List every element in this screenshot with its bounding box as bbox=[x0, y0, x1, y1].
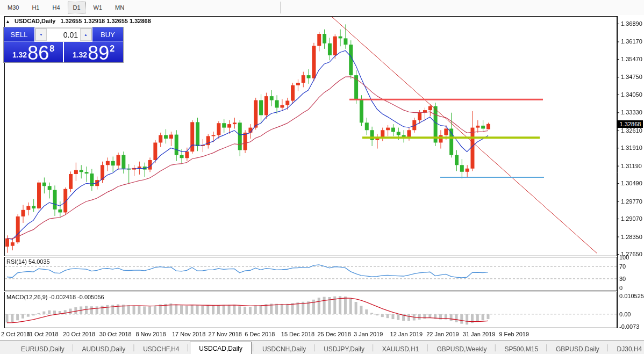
price-axis-label: 1.31190 bbox=[621, 163, 642, 169]
date-axis-label: 17 Nov 2018 bbox=[172, 331, 205, 337]
tab-separator: │ bbox=[494, 344, 498, 351]
chart-tab-bar: EURUSD,Daily│AUDUSD,Daily│USDCHF,H4│USDC… bbox=[0, 340, 644, 354]
volume-stepper: ▾ 0.01 ▴ bbox=[35, 28, 92, 41]
price-axis-label: 1.33330 bbox=[621, 109, 642, 115]
date-axis-label: 20 Oct 2018 bbox=[63, 331, 95, 337]
tab-separator: │ bbox=[252, 344, 255, 351]
chart-tab-gbpusd-weekly[interactable]: GBPUSD,Weekly bbox=[430, 343, 493, 354]
chart-tab-usdcnh-daily[interactable]: USDCNH,Daily bbox=[255, 343, 313, 354]
toolbar-divider bbox=[280, 2, 281, 13]
chart-tab-sp500-m15[interactable]: SP500,M15 bbox=[497, 343, 545, 354]
sell-price-pip: 8 bbox=[49, 44, 54, 54]
one-click-trade-panel: SELL ▾ 0.01 ▴ BUY 1.32 86 8 1.32 89 2 bbox=[3, 27, 124, 63]
price-axis-label: 1.28350 bbox=[621, 234, 642, 240]
rsi-axis-label: 30 bbox=[619, 276, 626, 282]
chart-region: ▲ USDCAD,Daily 1.32655 1.32918 1.32655 1… bbox=[0, 15, 644, 340]
volume-increase-button[interactable]: ▴ bbox=[80, 28, 91, 41]
chart-tab-usdcad-daily[interactable]: USDCAD,Daily bbox=[190, 342, 252, 354]
timeframe-button-d1[interactable]: D1 bbox=[68, 2, 86, 13]
chart-title: ▲ USDCAD,Daily 1.32655 1.32918 1.32655 1… bbox=[5, 18, 151, 24]
macd-axis-label: 0.00 bbox=[619, 311, 631, 317]
sell-price-big: 86 bbox=[27, 45, 49, 61]
buy-price-box[interactable]: 1.32 89 2 bbox=[64, 42, 123, 62]
date-axis-label: 15 Dec 2018 bbox=[281, 331, 314, 337]
chart-symbol-period: USDCAD,Daily bbox=[15, 18, 55, 24]
rsi-axis-label: 100 bbox=[619, 254, 629, 261]
date-axis-label: 11 Oct 2018 bbox=[27, 331, 59, 337]
tab-separator: │ bbox=[313, 344, 317, 351]
date-axis-label: 31 Jan 2019 bbox=[463, 331, 496, 337]
timeframe-button-w1[interactable]: W1 bbox=[88, 2, 108, 13]
current-price-tag: 1.32868 bbox=[618, 120, 643, 128]
buy-price-prefix: 1.32 bbox=[73, 50, 87, 59]
macd-axis-label: 0.010525 bbox=[619, 293, 644, 299]
sell-button[interactable]: SELL bbox=[4, 27, 34, 42]
sell-price-prefix: 1.32 bbox=[12, 50, 27, 59]
date-axis-label: 27 Nov 2018 bbox=[209, 331, 242, 337]
price-axis-label: 1.35470 bbox=[621, 56, 642, 62]
tab-separator: │ bbox=[186, 344, 190, 351]
tab-separator: │ bbox=[606, 344, 610, 351]
timeframe-button-mn[interactable]: MN bbox=[110, 2, 130, 13]
timeframe-toolbar: M30H1H4D1W1MN bbox=[0, 0, 644, 16]
chart-tab-xauusd-h1[interactable]: XAUUSD,H1 bbox=[375, 343, 426, 354]
price-axis-label: 1.34050 bbox=[621, 91, 642, 98]
price-axis-label: 1.29070 bbox=[621, 215, 642, 222]
chart-ohlc-values: 1.32655 1.32918 1.32655 1.32868 bbox=[61, 18, 151, 24]
date-axis-label: 30 Oct 2018 bbox=[99, 331, 132, 337]
volume-decrease-button[interactable]: ▾ bbox=[35, 28, 47, 41]
rsi-axis-label: 70 bbox=[619, 263, 626, 270]
rsi-label: RSI(14) 54.0035 bbox=[6, 258, 50, 265]
date-axis-label: 8 Nov 2018 bbox=[135, 331, 166, 337]
date-axis-label: 25 Dec 2018 bbox=[317, 331, 350, 337]
date-axis-label: 9 Feb 2019 bbox=[499, 331, 529, 337]
date-axis-label: 3 Jan 2019 bbox=[354, 331, 383, 337]
chart-tab-dj30-h4[interactable]: DJ30,H4 bbox=[610, 343, 644, 354]
collapse-chart-icon[interactable]: ▲ bbox=[5, 19, 10, 24]
chart-tab-gbpusd-daily[interactable]: GBPUSD,Daily bbox=[549, 343, 606, 354]
volume-input[interactable]: 0.01 bbox=[47, 28, 80, 41]
price-axis-label: 1.36890 bbox=[621, 20, 642, 27]
rsi-axis-label: 0 bbox=[619, 285, 622, 291]
timeframe-button-h4[interactable]: H4 bbox=[47, 2, 65, 13]
date-axis-label: 2 Oct 2018 bbox=[1, 331, 30, 337]
price-axis-label: 1.32610 bbox=[621, 127, 642, 134]
price-axis-label: 1.36170 bbox=[621, 38, 642, 45]
trading-app-window: M30H1H4D1W1MN ▲ USDCAD,Daily 1.32655 1.3… bbox=[0, 0, 644, 354]
tab-separator: │ bbox=[71, 344, 75, 351]
macd-axis-label: -0.0073 bbox=[619, 323, 639, 330]
chart-tab-audusd-daily[interactable]: AUDUSD,Daily bbox=[75, 343, 133, 354]
price-axis-label: 1.30490 bbox=[621, 180, 642, 186]
buy-button[interactable]: BUY bbox=[92, 27, 123, 42]
buy-price-pip: 2 bbox=[110, 44, 115, 54]
price-axis-label: 1.31910 bbox=[621, 145, 642, 151]
chart-tab-usdjpy-daily[interactable]: USDJPY,Daily bbox=[317, 343, 371, 354]
tab-separator: │ bbox=[132, 344, 136, 351]
tab-separator: │ bbox=[426, 344, 430, 351]
buy-price-big: 89 bbox=[88, 45, 109, 61]
macd-label: MACD(12,26,9) -0.002418 -0.005056 bbox=[6, 294, 104, 300]
price-axis-label: 1.29770 bbox=[621, 198, 642, 205]
date-axis-label: 12 Jan 2019 bbox=[390, 331, 423, 337]
tab-separator: │ bbox=[545, 344, 549, 351]
tab-separator: │ bbox=[371, 344, 375, 351]
timeframe-button-m30[interactable]: M30 bbox=[2, 2, 24, 13]
sell-price-box[interactable]: 1.32 86 8 bbox=[4, 42, 63, 62]
date-axis-label: 22 Jan 2019 bbox=[426, 331, 459, 337]
chart-tab-eurusd-daily[interactable]: EURUSD,Daily bbox=[14, 343, 71, 354]
chart-tab-usdchf-h4[interactable]: USDCHF,H4 bbox=[136, 343, 186, 354]
timeframe-button-h1[interactable]: H1 bbox=[26, 2, 45, 13]
price-axis-label: 1.34750 bbox=[621, 74, 642, 80]
date-axis-label: 6 Dec 2018 bbox=[245, 331, 275, 337]
